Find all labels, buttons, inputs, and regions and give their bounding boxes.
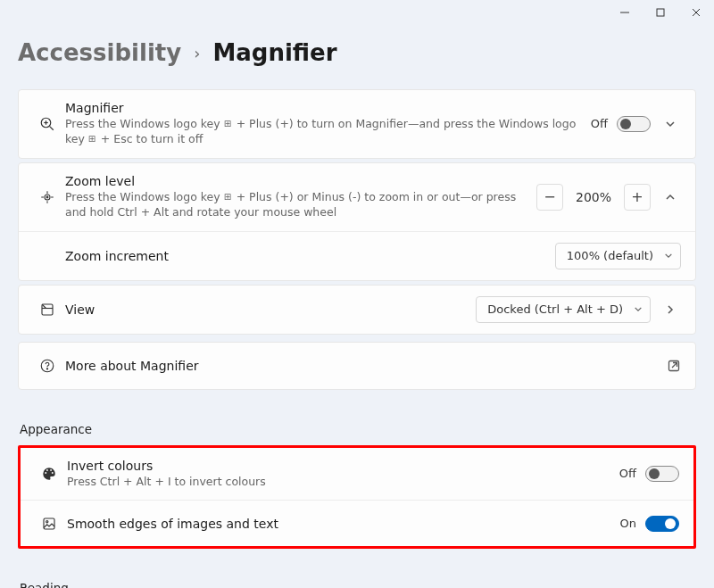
view-icon xyxy=(29,302,65,318)
collapse-zoom-button[interactable] xyxy=(660,186,681,208)
zoom-increment-row: Zoom increment 100% (default) xyxy=(19,231,695,280)
more-about-title: More about Magnifier xyxy=(65,359,667,373)
magnifier-row[interactable]: Magnifier Press the Windows logo key ⊞ +… xyxy=(19,90,695,158)
view-title: View xyxy=(65,302,476,317)
smooth-edges-title: Smooth edges of images and text xyxy=(67,517,620,531)
more-about-card: More about Magnifier xyxy=(18,342,696,390)
zoom-level-title: Zoom level xyxy=(65,174,536,188)
invert-colours-subtitle: Press Ctrl + Alt + I to invert colours xyxy=(67,475,619,490)
invert-colours-row: Invert colours Press Ctrl + Alt + I to i… xyxy=(21,448,693,501)
svg-point-9 xyxy=(46,196,48,198)
view-row[interactable]: View Docked (Ctrl + Alt + D) xyxy=(19,286,695,334)
magnifier-card: Magnifier Press the Windows logo key ⊞ +… xyxy=(18,89,696,159)
chevron-down-icon xyxy=(664,249,673,262)
magnifier-plus-icon xyxy=(29,116,65,132)
windows-logo-icon: ⊞ xyxy=(88,133,97,145)
zoom-card: Zoom level Press the Windows logo key ⊞ … xyxy=(18,162,696,281)
view-expand-button[interactable] xyxy=(660,299,681,320)
zoom-target-icon xyxy=(29,189,65,205)
svg-point-22 xyxy=(46,521,48,523)
palette-icon xyxy=(31,466,67,482)
smooth-edges-row: Smooth edges of images and text On xyxy=(21,500,693,546)
svg-rect-1 xyxy=(657,9,664,16)
svg-rect-21 xyxy=(44,518,54,529)
magnifier-state-label: Off xyxy=(591,117,608,130)
maximize-button[interactable] xyxy=(643,0,678,25)
reading-section-label: Reading xyxy=(20,581,696,588)
page-title: Magnifier xyxy=(212,39,336,66)
chevron-down-icon xyxy=(634,302,643,316)
magnifier-title: Magnifier xyxy=(65,101,591,115)
zoom-increment-dropdown[interactable]: 100% (default) xyxy=(555,243,681,269)
zoom-value: 200% xyxy=(572,190,615,204)
magnifier-toggle[interactable] xyxy=(617,116,651,132)
view-value: Docked (Ctrl + Alt + D) xyxy=(487,302,623,316)
windows-logo-icon: ⊞ xyxy=(224,118,233,130)
help-icon xyxy=(29,358,65,374)
breadcrumb: Accessibility › Magnifier xyxy=(18,39,696,66)
more-about-row[interactable]: More about Magnifier xyxy=(19,343,695,389)
appearance-group-highlighted: Invert colours Press Ctrl + Alt + I to i… xyxy=(18,445,696,550)
invert-colours-toggle[interactable] xyxy=(645,466,679,482)
zoom-increment-button[interactable]: + xyxy=(624,184,651,211)
close-button[interactable] xyxy=(678,0,714,25)
svg-line-16 xyxy=(42,304,46,309)
external-link-icon xyxy=(667,359,681,373)
magnifier-subtitle: Press the Windows logo key ⊞ + Plus (+) … xyxy=(65,117,591,147)
chevron-right-icon: › xyxy=(194,44,200,62)
windows-logo-icon: ⊞ xyxy=(224,191,233,203)
invert-colours-title: Invert colours xyxy=(67,459,619,473)
breadcrumb-parent[interactable]: Accessibility xyxy=(18,39,181,66)
svg-line-20 xyxy=(672,362,677,368)
invert-colours-state-label: Off xyxy=(619,467,636,480)
appearance-section-label: Appearance xyxy=(20,422,696,436)
image-icon xyxy=(31,516,67,532)
zoom-increment-value: 100% (default) xyxy=(567,249,653,262)
zoom-level-row: Zoom level Press the Windows logo key ⊞ … xyxy=(19,163,695,231)
zoom-decrement-button[interactable]: − xyxy=(536,184,563,211)
view-card: View Docked (Ctrl + Alt + D) xyxy=(18,285,696,335)
expand-magnifier-button[interactable] xyxy=(660,113,681,135)
view-dropdown[interactable]: Docked (Ctrl + Alt + D) xyxy=(476,296,651,323)
zoom-increment-title: Zoom increment xyxy=(65,249,555,263)
zoom-level-subtitle: Press the Windows logo key ⊞ + Plus (+) … xyxy=(65,190,536,220)
smooth-edges-toggle[interactable] xyxy=(645,516,679,532)
window-controls xyxy=(607,0,714,25)
smooth-edges-state-label: On xyxy=(620,517,636,530)
svg-line-5 xyxy=(50,127,54,130)
svg-point-18 xyxy=(46,368,47,369)
minimize-button[interactable] xyxy=(607,0,643,25)
